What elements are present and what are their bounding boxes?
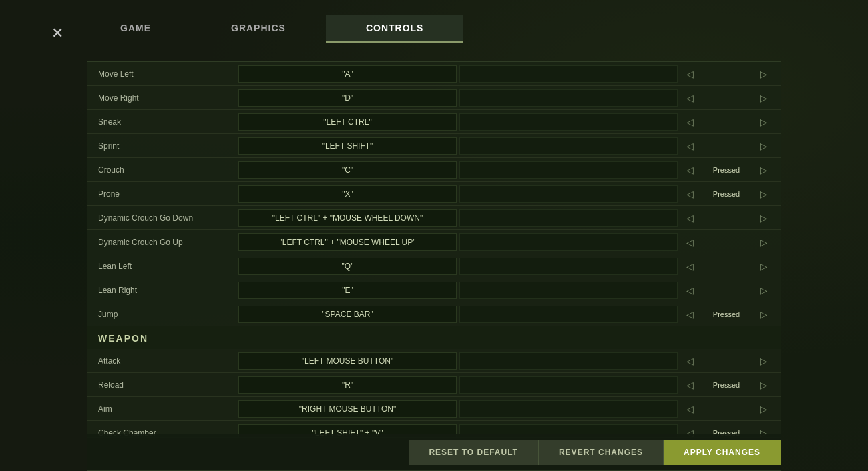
binding-primary[interactable]: "LEFT MOUSE BUTTON" — [238, 352, 457, 370]
control-row: Crouch "C" ◁ Pressed ▷ — [87, 158, 781, 182]
binding-primary[interactable]: "SPACE BAR" — [238, 306, 457, 323]
arrow-right-icon[interactable]: ▷ — [756, 165, 770, 175]
tab-game[interactable]: GAME — [80, 15, 191, 43]
arrow-left-icon[interactable]: ◁ — [683, 69, 696, 79]
binding-primary[interactable]: "LEFT CTRL" + "MOUSE WHEEL DOWN" — [238, 209, 457, 227]
control-name: Sprint — [98, 141, 238, 151]
arrow-right-icon[interactable]: ▷ — [756, 93, 770, 103]
control-name: Lean Left — [98, 262, 238, 271]
arrow-left-icon[interactable]: ◁ — [683, 285, 696, 296]
arrow-right-icon[interactable]: ▷ — [756, 285, 770, 296]
pressed-badge: Pressed — [696, 310, 756, 318]
arrow-left-icon[interactable]: ◁ — [683, 141, 696, 151]
control-row: Lean Left "Q" ◁ ▷ — [87, 254, 781, 278]
arrow-left-icon[interactable]: ◁ — [683, 261, 696, 272]
control-name: Prone — [98, 189, 238, 199]
arrow-right-icon[interactable]: ▷ — [756, 309, 770, 320]
binding-secondary[interactable] — [459, 258, 678, 275]
binding-primary[interactable]: "R" — [238, 376, 457, 394]
control-row: Jump "SPACE BAR" ◁ Pressed ▷ — [87, 302, 781, 326]
binding-primary[interactable]: "RIGHT MOUSE BUTTON" — [238, 400, 457, 418]
binding-secondary[interactable] — [459, 185, 678, 203]
control-name: Sneak — [98, 117, 238, 127]
arrow-left-icon[interactable]: ◁ — [683, 380, 696, 390]
close-icon: ✕ — [51, 25, 63, 42]
binding-secondary[interactable] — [459, 306, 678, 323]
binding-secondary[interactable] — [459, 209, 678, 227]
scroll-area[interactable]: Move Left "A" ◁ ▷ Move Right "D" ◁ ▷ Sne… — [87, 62, 781, 437]
settings-panel: Move Left "A" ◁ ▷ Move Right "D" ◁ ▷ Sne… — [87, 61, 781, 438]
pressed-badge: Pressed — [696, 166, 756, 174]
binding-primary[interactable]: "A" — [238, 65, 457, 83]
control-name: Dynamic Crouch Go Up — [98, 238, 238, 247]
tab-bar: GAME GRAPHICS CONTROLS — [80, 15, 868, 43]
arrow-left-icon[interactable]: ◁ — [683, 213, 696, 223]
arrow-right-icon[interactable]: ▷ — [756, 356, 770, 366]
tab-graphics[interactable]: GRAPHICS — [191, 15, 326, 43]
control-row: Prone "X" ◁ Pressed ▷ — [87, 182, 781, 206]
arrow-left-icon[interactable]: ◁ — [683, 237, 696, 248]
arrow-left-icon[interactable]: ◁ — [683, 404, 696, 414]
binding-secondary[interactable] — [459, 352, 678, 370]
binding-secondary[interactable] — [459, 233, 678, 251]
binding-primary[interactable]: "LEFT SHIFT" — [238, 137, 457, 155]
binding-primary[interactable]: "D" — [238, 89, 457, 107]
arrow-left-icon[interactable]: ◁ — [683, 356, 696, 366]
arrow-left-icon[interactable]: ◁ — [683, 117, 696, 127]
control-name: Dynamic Crouch Go Down — [98, 213, 238, 223]
control-name: Attack — [98, 356, 238, 366]
binding-secondary[interactable] — [459, 400, 678, 418]
control-row: Dynamic Crouch Go Up "LEFT CTRL" + "MOUS… — [87, 230, 781, 254]
control-row: Dynamic Crouch Go Down "LEFT CTRL" + "MO… — [87, 206, 781, 230]
control-row: Move Left "A" ◁ ▷ — [87, 62, 781, 86]
arrow-right-icon[interactable]: ▷ — [756, 213, 770, 223]
arrow-right-icon[interactable]: ▷ — [756, 261, 770, 272]
binding-primary[interactable]: "Q" — [238, 258, 457, 275]
control-row: Reload "R" ◁ Pressed ▷ — [87, 373, 781, 397]
control-name: Crouch — [98, 165, 238, 175]
control-row: Attack "LEFT MOUSE BUTTON" ◁ ▷ — [87, 349, 781, 373]
binding-primary[interactable]: "X" — [238, 185, 457, 203]
binding-primary[interactable]: "LEFT CTRL" + "MOUSE WHEEL UP" — [238, 233, 457, 251]
arrow-left-icon[interactable]: ◁ — [683, 309, 696, 320]
arrow-left-icon[interactable]: ◁ — [683, 189, 696, 199]
binding-primary[interactable]: "LEFT CTRL" — [238, 113, 457, 131]
arrow-right-icon[interactable]: ▷ — [756, 237, 770, 248]
arrow-right-icon[interactable]: ▷ — [756, 141, 770, 151]
control-row: Move Right "D" ◁ ▷ — [87, 86, 781, 110]
binding-secondary[interactable] — [459, 137, 678, 155]
arrow-right-icon[interactable]: ▷ — [756, 380, 770, 390]
arrow-left-icon[interactable]: ◁ — [683, 165, 696, 175]
control-row: Sprint "LEFT SHIFT" ◁ ▷ — [87, 134, 781, 158]
binding-primary[interactable]: "C" — [238, 161, 457, 179]
bottom-bar: RESET TO DEFAULT REVERT CHANGES APPLY CH… — [87, 434, 781, 471]
control-row: Sneak "LEFT CTRL" ◁ ▷ — [87, 110, 781, 134]
arrow-right-icon[interactable]: ▷ — [756, 69, 770, 79]
revert-changes-button[interactable]: REVERT CHANGES — [539, 440, 664, 465]
binding-secondary[interactable] — [459, 161, 678, 179]
binding-secondary[interactable] — [459, 65, 678, 83]
tab-controls[interactable]: CONTROLS — [326, 15, 464, 43]
binding-secondary[interactable] — [459, 376, 678, 394]
arrow-right-icon[interactable]: ▷ — [756, 189, 770, 199]
section-header-weapon: WEAPON — [87, 326, 781, 349]
control-name: Reload — [98, 380, 238, 390]
pressed-badge: Pressed — [696, 190, 756, 198]
apply-changes-button[interactable]: APPLY CHANGES — [664, 440, 781, 465]
control-name: Move Left — [98, 69, 238, 79]
control-row: Lean Right "E" ◁ ▷ — [87, 278, 781, 302]
control-name: Move Right — [98, 93, 238, 103]
arrow-right-icon[interactable]: ▷ — [756, 404, 770, 414]
binding-secondary[interactable] — [459, 89, 678, 107]
control-name: Jump — [98, 310, 238, 319]
control-name: Lean Right — [98, 286, 238, 295]
pressed-badge: Pressed — [696, 381, 756, 389]
control-row: Aim "RIGHT MOUSE BUTTON" ◁ ▷ — [87, 397, 781, 421]
binding-primary[interactable]: "E" — [238, 282, 457, 299]
arrow-left-icon[interactable]: ◁ — [683, 93, 696, 103]
binding-secondary[interactable] — [459, 282, 678, 299]
binding-secondary[interactable] — [459, 113, 678, 131]
arrow-right-icon[interactable]: ▷ — [756, 117, 770, 127]
close-button[interactable]: ✕ — [48, 24, 67, 43]
reset-to-default-button[interactable]: RESET TO DEFAULT — [409, 440, 539, 465]
